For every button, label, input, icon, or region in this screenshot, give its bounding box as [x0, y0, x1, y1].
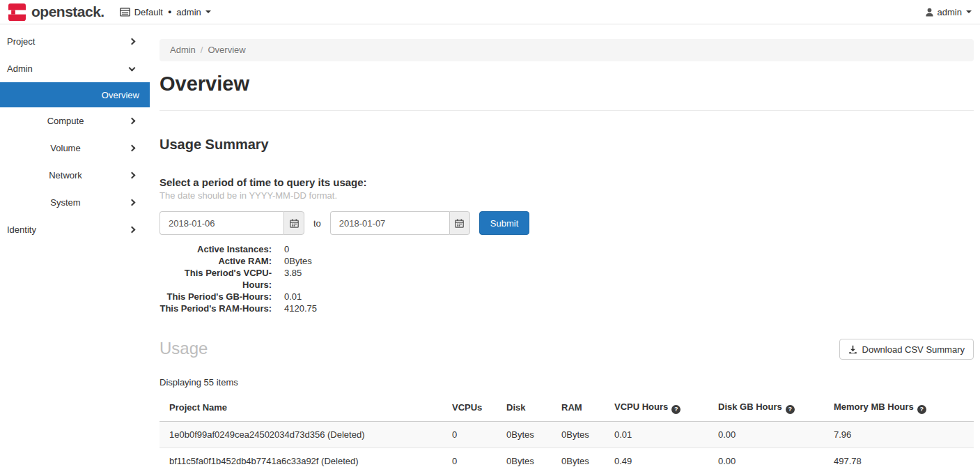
sidebar-item-compute[interactable]: Compute — [0, 107, 150, 135]
column-label: Disk GB Hours — [718, 401, 782, 412]
download-csv-label: Download CSV Summary — [862, 344, 965, 355]
sidebar-item-label: Identity — [7, 224, 130, 235]
chevron-right-icon — [129, 38, 136, 45]
column-header-vcpus[interactable]: VCPUs — [446, 395, 501, 421]
user-icon — [925, 8, 934, 17]
sidebar-item-label: System — [7, 197, 130, 208]
date-from-calendar-addon[interactable] — [283, 211, 304, 235]
caret-down-icon — [966, 10, 972, 13]
user-name: admin — [938, 7, 962, 17]
sidebar-item-overview[interactable]: Overview — [0, 82, 150, 107]
sidebar-nav: Project Admin Overview Compute Volume Ne… — [0, 25, 150, 467]
cell-vcpu-hours: 0.49 — [609, 447, 713, 467]
cell-memory-mb-hours: 497.78 — [828, 447, 974, 467]
column-label: Project Name — [169, 402, 227, 413]
stat-row: This Period's GB-Hours: 0.01 — [160, 291, 974, 303]
column-header-ram[interactable]: RAM — [556, 395, 609, 421]
sidebar-item-label: Volume — [7, 143, 130, 153]
stat-value: 3.85 — [284, 267, 302, 291]
stat-label: This Period's GB-Hours: — [160, 291, 272, 303]
download-icon — [848, 345, 857, 354]
context-switcher-menu[interactable]: Default ● admin — [120, 7, 211, 17]
cell-disk: 0Bytes — [501, 421, 556, 447]
brand-text: openstack. — [31, 3, 104, 20]
sidebar-item-label: Network — [7, 170, 130, 181]
submit-button[interactable]: Submit — [479, 211, 529, 235]
openstack-logo[interactable]: openstack. — [8, 3, 104, 21]
breadcrumb-admin[interactable]: Admin — [170, 45, 196, 55]
stat-label: Active Instances: — [160, 243, 272, 255]
sidebar-item-label: Compute — [7, 116, 130, 126]
stat-label: Active RAM: — [160, 255, 272, 267]
column-label: Disk — [506, 402, 525, 413]
column-header-disk[interactable]: Disk — [501, 395, 556, 421]
sidebar-item-system[interactable]: System — [0, 189, 150, 216]
column-header-disk-gb-hours[interactable]: Disk GB Hours? — [713, 395, 828, 421]
calendar-icon — [455, 219, 464, 228]
page-title: Overview — [160, 72, 974, 95]
column-label: VCPUs — [452, 402, 482, 413]
download-csv-button[interactable]: Download CSV Summary — [839, 339, 974, 360]
cell-disk-gb-hours: 0.00 — [713, 447, 828, 467]
chevron-right-icon — [129, 227, 136, 234]
stat-row: Active Instances: 0 — [160, 243, 974, 255]
stat-label: This Period's RAM-Hours: — [160, 303, 272, 314]
cell-vcpu-hours: 0.01 — [609, 421, 713, 447]
main-content: Admin/Overview Overview Usage Summary Se… — [150, 25, 980, 467]
column-header-vcpu-hours[interactable]: VCPU Hours? — [609, 395, 713, 421]
caret-down-icon — [205, 10, 211, 13]
cell-vcpus: 0 — [446, 421, 501, 447]
title-divider — [160, 110, 974, 111]
sidebar-item-identity[interactable]: Identity — [0, 216, 150, 243]
user-menu[interactable]: admin — [925, 7, 972, 17]
cell-project-name: 1e0b0f99af0249cea24502034d73d356 (Delete… — [160, 421, 446, 447]
table-row: bf11c5fa0f1b452db4b7741a6c33a92f (Delete… — [160, 447, 974, 467]
help-circle-icon[interactable]: ? — [671, 405, 680, 414]
stat-value: 0.01 — [284, 291, 302, 303]
sidebar-item-volume[interactable]: Volume — [0, 135, 150, 162]
column-label: RAM — [561, 402, 582, 413]
sidebar-item-project[interactable]: Project — [0, 28, 150, 55]
breadcrumb-current: Overview — [208, 45, 245, 55]
date-from-input[interactable] — [160, 211, 283, 235]
column-header-project-name[interactable]: Project Name — [160, 395, 446, 421]
breadcrumb-separator: / — [201, 45, 203, 55]
date-range-form: to Submit — [160, 211, 974, 235]
cell-disk: 0Bytes — [501, 447, 556, 467]
sidebar-item-admin[interactable]: Admin — [0, 55, 150, 82]
cell-vcpus: 0 — [446, 447, 501, 467]
help-circle-icon[interactable]: ? — [917, 405, 926, 414]
context-separator-dot: ● — [168, 8, 171, 15]
column-header-memory-mb-hours[interactable]: Memory MB Hours? — [828, 395, 974, 421]
sidebar-item-label: Admin — [7, 63, 130, 74]
period-form-hint: The date should be in YYYY-MM-DD format. — [160, 190, 974, 201]
top-navbar: openstack. Default ● admin admin — [0, 0, 980, 24]
stat-value: 4120.75 — [284, 303, 317, 314]
date-to-group — [330, 211, 470, 235]
usage-heading: Usage — [160, 339, 208, 358]
sidebar-item-label: Overview — [102, 90, 139, 100]
column-label: VCPU Hours — [614, 401, 668, 412]
domain-icon — [120, 8, 130, 17]
date-to-input[interactable] — [330, 211, 449, 235]
help-circle-icon[interactable]: ? — [786, 405, 795, 414]
stat-row: This Period's VCPU-Hours: 3.85 — [160, 267, 974, 291]
chevron-right-icon — [129, 172, 136, 179]
sidebar-item-network[interactable]: Network — [0, 162, 150, 189]
cell-project-name: bf11c5fa0f1b452db4b7741a6c33a92f (Delete… — [160, 447, 446, 467]
period-form-label: Select a period of time to query its usa… — [160, 176, 974, 188]
cell-memory-mb-hours: 7.96 — [828, 421, 974, 447]
to-label: to — [313, 218, 321, 229]
chevron-right-icon — [129, 145, 136, 152]
breadcrumb: Admin/Overview — [160, 39, 974, 61]
cell-disk-gb-hours: 0.00 — [713, 421, 828, 447]
date-to-calendar-addon[interactable] — [449, 211, 470, 235]
usage-stats: Active Instances: 0 Active RAM: 0Bytes T… — [160, 243, 974, 314]
usage-summary-heading: Usage Summary — [160, 137, 974, 153]
table-row: 1e0b0f99af0249cea24502034d73d356 (Delete… — [160, 421, 974, 447]
stat-label: This Period's VCPU-Hours: — [160, 267, 272, 291]
date-from-group — [160, 211, 304, 235]
column-label: Memory MB Hours — [834, 401, 914, 412]
chevron-right-icon — [129, 118, 136, 125]
stat-value: 0Bytes — [284, 255, 312, 267]
